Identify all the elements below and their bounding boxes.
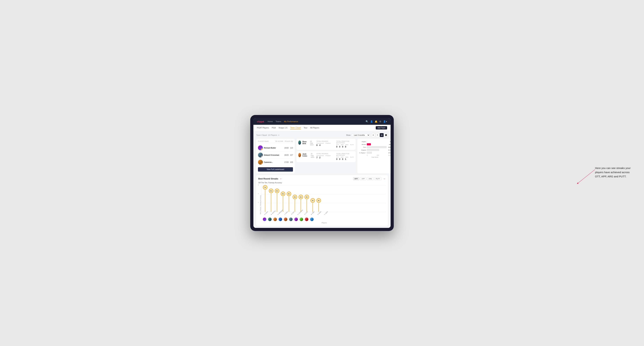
player-info: 2 Edward Crossman bbox=[258, 153, 283, 158]
subnav-team-clippd[interactable]: Team Clippd bbox=[290, 127, 301, 129]
app-val: 0 bbox=[339, 158, 340, 161]
player-name: Richard Butler bbox=[264, 147, 276, 149]
ott-val: 0 bbox=[336, 146, 338, 148]
nav-my-performance[interactable]: My Performance bbox=[284, 120, 298, 123]
putt-label: PUTT bbox=[350, 156, 354, 158]
player-avatar bbox=[289, 217, 293, 221]
bar-track bbox=[367, 149, 387, 151]
bar-fill bbox=[367, 141, 367, 143]
streak-line bbox=[271, 193, 271, 212]
player-avatars-row bbox=[261, 217, 386, 221]
arrow-right-icon: → bbox=[383, 177, 386, 180]
player-name: Josh Coles bbox=[302, 153, 308, 157]
bar-fill-highlight bbox=[367, 143, 371, 145]
streak-bar-group: 5x bbox=[287, 191, 291, 212]
player-avatar bbox=[278, 217, 282, 221]
settings-icon[interactable]: ⚙ bbox=[379, 120, 381, 123]
add-team-button[interactable]: Add Team bbox=[376, 126, 387, 130]
streak-bubble: 5x bbox=[287, 191, 291, 196]
player-avatar bbox=[263, 217, 266, 221]
annotation-text: Here you can see streaks your players ha… bbox=[595, 166, 634, 178]
practice-value: 2 bbox=[320, 156, 320, 159]
grid-view-btn[interactable]: ⊞ bbox=[371, 133, 375, 137]
tab-arg[interactable]: ARG bbox=[367, 177, 374, 180]
streaks-title: Best Round Streaks bbox=[258, 177, 278, 180]
bar-value: 3 bbox=[390, 141, 390, 142]
subnav-hcaps[interactable]: Hcaps 1-5 bbox=[278, 127, 287, 129]
practice-value: 4 bbox=[319, 144, 320, 147]
bar-track bbox=[367, 152, 387, 154]
column-headers: PLAYER NAME PB SCORE PB AVG SQ bbox=[258, 141, 293, 143]
bar-fill bbox=[367, 146, 386, 148]
stats-values: 8 4 bbox=[316, 144, 330, 147]
player-name: Edward Crossman bbox=[264, 154, 279, 156]
bar-value: 96 bbox=[389, 144, 390, 145]
bar-value: 499 bbox=[388, 147, 390, 148]
streak-bar-group: 3x bbox=[316, 198, 321, 212]
subnav-pga[interactable]: PGA bbox=[272, 127, 276, 129]
y-tick: 2 bbox=[258, 202, 259, 203]
tab-putt[interactable]: PUTT bbox=[374, 177, 382, 180]
arrow-left-icon: ← bbox=[280, 177, 282, 180]
player-stats-left: Josh Coles bbox=[298, 153, 308, 157]
edit-icon[interactable]: ✏ bbox=[278, 134, 280, 136]
ott-label: OTT bbox=[336, 144, 339, 146]
subnav-all-players[interactable]: All Players bbox=[310, 127, 320, 129]
arg-label: ARG bbox=[345, 156, 348, 158]
avatar: 1 bbox=[258, 145, 263, 150]
streak-bar-group: 4x bbox=[292, 195, 297, 212]
show-controls: Show Last 3 months Last 6 months Last 12… bbox=[346, 133, 388, 137]
x-label-200: 200 bbox=[377, 155, 379, 156]
content-grid: PLAYER NAME PB SCORE PB AVG SQ 1 Richard… bbox=[256, 139, 388, 173]
streaks-header: Best Round Streaks ← OTT APP ARG PUTT → bbox=[258, 177, 386, 180]
bar-row-dbogeys: D. Bogeys + 131 bbox=[359, 152, 390, 154]
tournament-value: 7 bbox=[316, 156, 318, 159]
user-icon[interactable]: 👤 bbox=[370, 120, 373, 123]
streak-line bbox=[295, 199, 295, 212]
bell-icon[interactable]: 🔔 bbox=[375, 120, 378, 123]
period-select[interactable]: Last 3 months Last 6 months Last 12 mont… bbox=[352, 134, 370, 137]
tab-app[interactable]: APP bbox=[360, 177, 366, 180]
streak-line bbox=[301, 199, 301, 212]
table-row: 1 Richard Butler 19/20 110 bbox=[258, 144, 293, 152]
subnav-pgat[interactable]: PGAT Players bbox=[257, 127, 269, 129]
avatar bbox=[298, 141, 301, 145]
arg-val: 0 bbox=[342, 146, 343, 148]
practice-label: Practice bbox=[326, 142, 330, 144]
nav-teams[interactable]: Teams bbox=[276, 120, 281, 123]
streak-bar-area: 2 4 6 7x 6x bbox=[261, 186, 386, 212]
view-leaderboard-button[interactable]: View Full Leaderboard bbox=[258, 167, 293, 172]
streak-bar-group: 6x bbox=[275, 188, 279, 212]
streak-bubble: 6x bbox=[269, 188, 273, 193]
stats-date: 26 Aug 2023 bbox=[310, 153, 314, 158]
table-row: 2 Edward Crossman 18/20 107 bbox=[258, 152, 293, 159]
streak-chart-inner: 2 4 6 7x 6x bbox=[261, 186, 386, 224]
bar-track bbox=[367, 146, 387, 148]
player-info: 3 Cameron... bbox=[258, 160, 283, 165]
subnav-tour[interactable]: Tour bbox=[304, 127, 307, 129]
pb-score: 19/20 bbox=[284, 147, 288, 149]
show-label: Show bbox=[346, 134, 350, 136]
view-toggle: ⊞ ☰ ▤ ⬛ bbox=[371, 133, 388, 137]
app-logo: clippd bbox=[257, 120, 264, 123]
putt-val: 1 bbox=[345, 158, 346, 161]
table-view-btn[interactable]: ⬛ bbox=[384, 133, 388, 137]
card-view-btn[interactable]: ▤ bbox=[380, 133, 384, 137]
bar-label: Birdies bbox=[359, 144, 366, 145]
nav-home[interactable]: Home bbox=[268, 120, 273, 123]
list-view-btn[interactable]: ☰ bbox=[376, 133, 380, 137]
practice-label: Practice bbox=[326, 155, 330, 156]
x-label-0: 0 bbox=[367, 155, 368, 156]
stats-sub-labels: Tournament Practice bbox=[316, 155, 330, 156]
search-icon[interactable]: 🔍 bbox=[366, 120, 368, 123]
streak-chart-wrapper: Best Streak, Fairway Accuracy 2 4 6 bbox=[258, 186, 386, 224]
avatar bbox=[298, 153, 301, 157]
streak-line bbox=[306, 199, 307, 212]
avatar-icon[interactable]: 👤▾ bbox=[383, 120, 387, 123]
chart-card: Eagles 3 Birdies 96 bbox=[357, 139, 390, 173]
bar-label: Pars bbox=[359, 147, 366, 148]
tournament-value: 8 bbox=[316, 144, 318, 147]
tab-ott[interactable]: OTT bbox=[353, 177, 359, 180]
player-info: 1 Richard Butler bbox=[258, 145, 283, 150]
stats-date: 02 Sep 2023 bbox=[310, 141, 314, 146]
